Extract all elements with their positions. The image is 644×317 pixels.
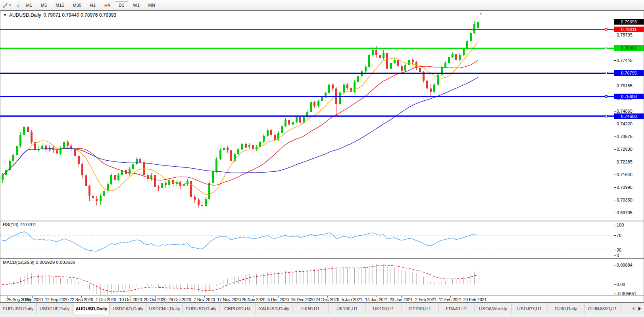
tab-gbpusd-h4[interactable]: GBPUSD,H4 bbox=[219, 303, 256, 314]
rsi-axis-tick bbox=[614, 235, 616, 236]
top-toolbar: ▾ M1M5M15M30H1H4D1W1MN bbox=[0, 0, 644, 11]
price-line-label: 0.79393 bbox=[614, 19, 644, 25]
macd-label: MACD(12,26,9) 0.005929 0.003636 bbox=[3, 260, 75, 265]
timeframe-button-mn[interactable]: MN bbox=[144, 1, 159, 9]
macd-histogram bbox=[2, 264, 478, 296]
ma-mid-line bbox=[2, 60, 478, 185]
tab-audusd-daily[interactable]: AUDUSD,Daily bbox=[73, 303, 110, 314]
tab-usdjpy-h1[interactable]: USDJPY,H1 bbox=[511, 303, 548, 314]
timeframe-button-m30[interactable]: M30 bbox=[69, 1, 85, 9]
rsi-axis-tick bbox=[614, 225, 616, 225]
macd-pane[interactable]: MACD(12,26,9) 0.005929 0.003636 0.008840… bbox=[0, 258, 644, 296]
price-axis-label: 0.77445 bbox=[617, 58, 632, 63]
rsi-axis-label: 100 bbox=[617, 222, 624, 228]
tab-eurusd-daily[interactable]: EURUSD,Daily bbox=[183, 303, 219, 314]
hline-edit-marker[interactable] bbox=[605, 115, 607, 117]
tab-usoil-weekly[interactable]: USOil,Weekly bbox=[475, 303, 511, 314]
price-line-label: 0.74608 bbox=[614, 113, 644, 119]
candles bbox=[2, 21, 479, 209]
tab-usdcad-daily[interactable]: USDCAD,Daily bbox=[110, 303, 146, 314]
timeframe-button-m1[interactable]: M1 bbox=[22, 1, 36, 9]
rsi-label: RSI(14) 74.0701 bbox=[3, 222, 36, 227]
price-axis-label: 0.72285 bbox=[617, 159, 632, 165]
macd-signal-line bbox=[2, 265, 478, 292]
price-axis-tick bbox=[614, 162, 616, 162]
price-axis-tick bbox=[614, 149, 616, 150]
price-axis-tick bbox=[614, 136, 616, 137]
macd-axis-tick bbox=[614, 284, 616, 285]
price-axis-label: 0.78735 bbox=[617, 32, 632, 38]
crosshair-tool-icon[interactable] bbox=[2, 2, 8, 8]
horizontal-resistance-line[interactable] bbox=[0, 29, 614, 30]
hline-edit-marker[interactable] bbox=[605, 28, 607, 31]
timeframe-button-m15[interactable]: M15 bbox=[52, 1, 68, 9]
tab-fra40-h1[interactable]: FRA40,H1 bbox=[438, 303, 475, 314]
tab-uk100-h1[interactable]: UK100,H1 bbox=[329, 303, 365, 314]
timeframe-button-h1[interactable]: H1 bbox=[86, 1, 100, 9]
price-axis-tick bbox=[614, 111, 616, 111]
rsi-axis-label: 70 bbox=[617, 232, 621, 238]
chart-title-symbol: AUDUSD,Daily bbox=[9, 12, 41, 18]
date-axis[interactable]: 25 Aug 20203 Sep 202012 Sep 202022 Sep 2… bbox=[0, 296, 644, 302]
date-axis-label: 20 Feb 2021 bbox=[457, 297, 493, 302]
tab-scroll-right-icon[interactable] bbox=[638, 307, 641, 311]
price-axis-tick bbox=[614, 86, 616, 86]
price-axis-tick bbox=[614, 200, 616, 200]
tab-scroll-left-icon[interactable] bbox=[632, 307, 634, 311]
tab-hk50-h1[interactable]: HK50,H1 bbox=[292, 303, 329, 314]
horizontal-support-line[interactable] bbox=[0, 48, 614, 49]
hline-edit-marker[interactable] bbox=[605, 47, 607, 49]
timeframe-button-m5[interactable]: M5 bbox=[37, 1, 51, 9]
timeframe-button-h4[interactable]: H4 bbox=[100, 1, 114, 9]
macd-canvas[interactable] bbox=[0, 259, 614, 296]
tab-xauusd-daily[interactable]: XAUUSD,Daily bbox=[256, 303, 292, 314]
price-axis-tick bbox=[614, 213, 616, 213]
tab-uk100-h1[interactable]: UK100,H1 bbox=[365, 303, 402, 314]
price-axis-tick bbox=[614, 60, 616, 61]
current-price-line bbox=[0, 22, 614, 22]
macd-axis-tick bbox=[614, 265, 616, 265]
rsi-canvas[interactable] bbox=[0, 221, 614, 258]
tab-ger30-h1[interactable]: GER30,H1 bbox=[402, 303, 438, 314]
rsi-pane[interactable]: RSI(14) 74.0701 10070300 bbox=[0, 221, 644, 258]
hline-edit-marker[interactable] bbox=[605, 95, 607, 98]
toolbar-grip[interactable] bbox=[17, 2, 19, 9]
rsi-axis-label: 0 bbox=[617, 253, 619, 258]
price-axis-label: 0.74220 bbox=[617, 121, 632, 127]
tab-eurusd-daily[interactable]: EURUSD,Daily bbox=[0, 303, 37, 314]
price-axis-label: 0.70350 bbox=[617, 197, 632, 203]
tab-scroll-arrows bbox=[628, 303, 644, 314]
price-line-label: 0.75608 bbox=[614, 94, 644, 99]
crosshair-tool-glyph bbox=[2, 2, 8, 8]
price-line-label: 0.79011 bbox=[614, 27, 644, 32]
collapse-triangle-icon[interactable]: ▼ bbox=[3, 13, 7, 17]
price-axis-tick bbox=[614, 187, 616, 188]
tab-usdchf-daily[interactable]: USDCHF,Daily bbox=[37, 303, 73, 314]
price-axis-label: 0.70995 bbox=[617, 184, 632, 190]
tool-dropdown-arrow-icon[interactable]: ▾ bbox=[9, 3, 11, 7]
macd-axis-label: 0.00884 bbox=[617, 262, 632, 268]
price-axis-tick bbox=[614, 124, 616, 124]
rsi-axis-tick bbox=[614, 256, 616, 256]
tab-china300-h1[interactable]: CHINA300,H1 bbox=[584, 303, 621, 314]
price-line-label: 0.78067 bbox=[614, 45, 644, 51]
horizontal-support-line[interactable] bbox=[0, 115, 614, 117]
timeframe-button-group: M1M5M15M30H1H4D1W1MN bbox=[22, 1, 160, 9]
tab-dj30-daily[interactable]: DJ30,Daily bbox=[548, 303, 584, 314]
ma-fast-line bbox=[2, 42, 478, 194]
price-axis-label: 0.76155 bbox=[617, 83, 632, 88]
hline-edit-marker[interactable] bbox=[605, 72, 607, 74]
price-line-label: 0.76795 bbox=[614, 70, 644, 76]
tab-usdcnh-daily[interactable]: USDCNH,Daily bbox=[146, 303, 183, 314]
timeframe-button-w1[interactable]: W1 bbox=[129, 1, 144, 9]
chart-shift-marker-icon: ▼ bbox=[479, 12, 483, 16]
macd-axis-line bbox=[614, 259, 614, 296]
ma-slow-line bbox=[2, 77, 478, 175]
horizontal-support-line[interactable] bbox=[0, 73, 614, 74]
rsi-line bbox=[2, 232, 478, 251]
timeframe-button-d1[interactable]: D1 bbox=[115, 1, 128, 9]
price-pane[interactable]: ▼ AUDUSD,Daily 0.79071 0.79440 0.78976 0… bbox=[0, 11, 644, 221]
chart-tab-bar: EURUSD,DailyUSDCHF,DailyAUDUSD,DailyUSDC… bbox=[0, 303, 644, 314]
horizontal-support-line[interactable] bbox=[0, 96, 614, 97]
toolbar-separator bbox=[14, 1, 14, 9]
